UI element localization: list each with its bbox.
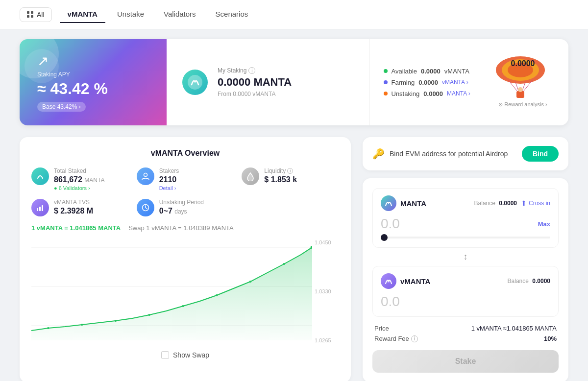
lower-grid: vMANTA Overview Total Staked 861,672 MAN… <box>20 137 568 381</box>
chart-area: 1.0450 1.0330 1.0265 <box>31 238 339 345</box>
liquidity-box: Liquidity i $ 1.853 k <box>242 167 339 191</box>
liquidity-info: Liquidity i $ 1.853 k <box>264 167 297 184</box>
unstaking-period-info: Unstaking Period 0~7 days <box>159 199 204 215</box>
svg-point-20 <box>115 320 117 322</box>
vmanta-amount: 0.0 <box>381 294 400 309</box>
my-staking-label: My Staking i <box>218 67 292 74</box>
svg-point-19 <box>81 324 83 326</box>
manta-input-section: MANTA Balance 0.0000 ⬆ Cross in <box>372 188 559 248</box>
vmanta-token-info: vMANTA <box>381 273 430 289</box>
top-nav: All vMANTA Unstake Validators Scenarios <box>0 0 588 29</box>
manta-amount: 0.0 <box>381 216 400 232</box>
chart-svg-container <box>31 238 312 345</box>
vmanta-token-name: vMANTA <box>400 277 430 286</box>
show-swap-checkbox[interactable] <box>161 351 169 359</box>
nav-all-label: All <box>37 11 45 19</box>
svg-rect-11 <box>37 208 38 211</box>
stat-unstaking: Unstaking 0.0000 MANTA › <box>384 90 470 97</box>
liquidity-info-icon: i <box>287 168 293 174</box>
nav-all-button[interactable]: All <box>20 7 52 22</box>
hero-middle: My Staking i 0.0000 MANTA From 0.0000 vM… <box>167 39 370 125</box>
manta-token-name: MANTA <box>400 199 426 208</box>
hero-banner: ↗ Staking APY ≈ 43.42 % Base 43.42% › My… <box>20 39 568 125</box>
overview-stats: Total Staked 861,672 MANTA ● 6 Validator… <box>31 167 339 216</box>
vmanta-icon <box>381 273 396 289</box>
reward-fee-row: Reward Fee i 10% <box>372 335 559 342</box>
chart-y-labels: 1.0450 1.0330 1.0265 <box>315 238 339 345</box>
manta-slider[interactable] <box>381 237 550 238</box>
manta-icon <box>381 195 396 211</box>
trend-up-icon: ↗ <box>37 53 149 69</box>
reward-fee-info-icon[interactable]: i <box>411 335 418 342</box>
validators-link[interactable]: ● 6 Validators › <box>54 185 104 191</box>
svg-point-10 <box>144 173 147 177</box>
my-staking-sub: From 0.0000 vMANTA <box>218 91 292 97</box>
svg-point-9 <box>518 87 523 92</box>
stats-list: Available 0.0000 vMANTA Farming 0.0000 v… <box>384 68 470 97</box>
base-badge[interactable]: Base 43.42% › <box>37 102 86 112</box>
key-icon: 🔑 <box>372 148 385 160</box>
stakers-icon <box>137 167 154 185</box>
price-info-row: Price 1 vMANTA ≈1.041865 MANTA <box>372 325 559 332</box>
svg-point-27 <box>387 280 390 283</box>
swap-arrows[interactable]: ↕ <box>372 252 559 262</box>
grid-icon <box>27 11 34 18</box>
vmanta-ratio: 1 vMANTA = 1.041865 MANTA <box>31 224 121 232</box>
stat-available: Available 0.0000 vMANTA <box>384 68 470 75</box>
overview-card: vMANTA Overview Total Staked 861,672 MAN… <box>20 137 351 381</box>
svg-point-21 <box>148 314 150 316</box>
reward-analysis-link[interactable]: ⊙ Reward analysis › <box>491 101 555 108</box>
unstaking-period-box: Unstaking Period 0~7 days <box>137 199 234 216</box>
vmanta-balance: Balance 0.0000 <box>508 278 550 285</box>
overview-title: vMANTA Overview <box>31 149 339 158</box>
parachute-value: 0.0000 <box>511 59 535 68</box>
svg-rect-8 <box>516 91 524 98</box>
nav-validators[interactable]: Validators <box>156 6 204 23</box>
bind-card: 🔑 Bind EVM address for potential Airdrop… <box>363 137 568 170</box>
bind-button[interactable]: Bind <box>522 146 559 162</box>
vmanta-tvs-info: vMANTA TVS $ 2.3928 M <box>54 199 93 215</box>
total-staked-value: 861,672 MANTA <box>54 175 104 184</box>
main-content: ↗ Staking APY ≈ 43.42 % Base 43.42% › My… <box>0 29 588 381</box>
my-staking-section: My Staking i 0.0000 MANTA From 0.0000 vM… <box>218 67 292 97</box>
swap-ratio: Swap 1 vMANTA = 1.040389 MANTA <box>128 224 233 232</box>
available-dot <box>384 69 388 73</box>
total-staked-box: Total Staked 861,672 MANTA ● 6 Validator… <box>31 167 129 191</box>
stake-button[interactable]: Stake <box>372 350 559 373</box>
nav-vmanta[interactable]: vMANTA <box>60 6 105 23</box>
staking-apy-value: ≈ 43.42 % <box>37 80 149 98</box>
max-button[interactable]: Max <box>538 220 550 228</box>
my-staking-value: 0.0000 MANTA <box>218 76 292 89</box>
svg-rect-13 <box>42 205 43 211</box>
manta-token-icon <box>182 70 208 95</box>
unstaking-dot <box>384 92 388 95</box>
info-icon: i <box>248 67 255 74</box>
svg-point-22 <box>182 305 184 307</box>
total-staked-icon <box>31 167 49 185</box>
right-panel: 🔑 Bind EVM address for potential Airdrop… <box>363 137 568 381</box>
liquidity-icon <box>242 167 259 185</box>
manta-token-info: MANTA <box>381 195 426 211</box>
vmanta-tvs-box: vMANTA TVS $ 2.3928 M <box>31 199 129 216</box>
stakers-info: Stakers 2110 Detail › <box>159 167 179 191</box>
total-staked-info: Total Staked 861,672 MANTA ● 6 Validator… <box>54 167 104 191</box>
vmanta-tvs-icon <box>31 199 49 216</box>
svg-rect-12 <box>39 207 41 211</box>
nav-unstake[interactable]: Unstake <box>109 6 152 23</box>
price-label: Price <box>374 325 389 332</box>
svg-point-18 <box>47 327 49 329</box>
line-chart <box>31 238 312 345</box>
stakers-detail-link[interactable]: Detail › <box>159 185 179 191</box>
nav-scenarios[interactable]: Scenarios <box>208 6 256 23</box>
stat-farming: Farming 0.0000 vMANTA › <box>384 79 470 86</box>
reward-fee-value: 10% <box>544 335 557 342</box>
manta-balance-label: Balance 0.0000 <box>474 200 517 207</box>
price-value: 1 vMANTA ≈1.041865 MANTA <box>471 325 557 332</box>
manta-balance-row: Balance 0.0000 ⬆ Cross in <box>474 199 550 207</box>
hero-right: Available 0.0000 vMANTA Farming 0.0000 v… <box>370 39 569 125</box>
svg-point-25 <box>283 263 285 265</box>
manta-input-header: MANTA Balance 0.0000 ⬆ Cross in <box>381 195 550 211</box>
cross-in-link[interactable]: ⬆ Cross in <box>521 199 550 207</box>
show-swap-row: Show Swap <box>31 351 339 359</box>
vmanta-output-header: vMANTA Balance 0.0000 <box>381 273 550 289</box>
